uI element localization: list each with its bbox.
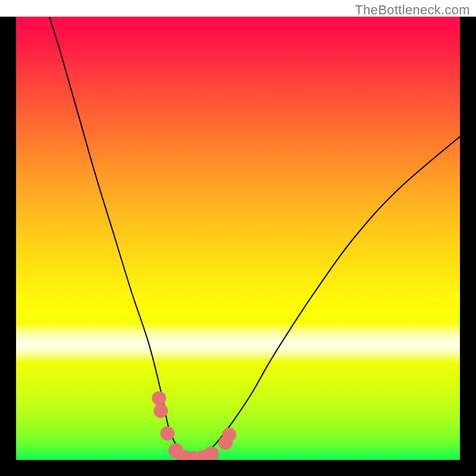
bottleneck-curve-line (49, 17, 460, 459)
highlight-marker (152, 392, 166, 406)
plot-area (16, 17, 460, 460)
highlight-marker (154, 404, 168, 418)
attribution-watermark: TheBottleneck.com (355, 2, 470, 18)
chart-svg (16, 17, 460, 460)
highlight-marker (222, 428, 236, 442)
highlight-marker (204, 446, 219, 460)
highlight-markers (152, 392, 236, 460)
highlight-marker (160, 427, 174, 441)
chart-frame (0, 17, 476, 476)
